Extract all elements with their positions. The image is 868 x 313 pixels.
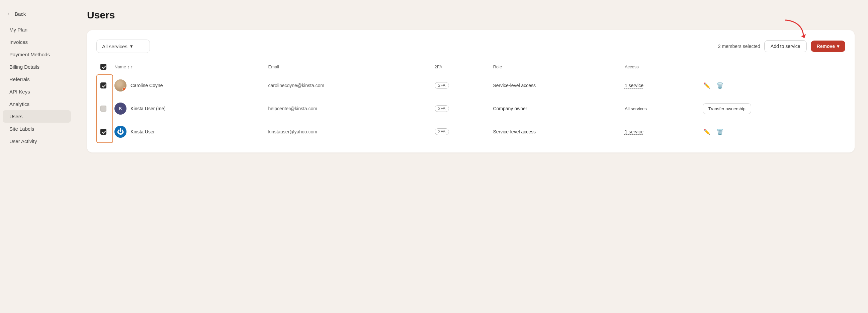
table-container: Name ↑ Email 2FA Role Access (96, 61, 845, 143)
action-icons-caroline: ✏️ 🗑️ (703, 81, 841, 90)
email-cell-kinsta-me: helpcenter@kinsta.com (264, 97, 430, 120)
page-title: Users (87, 9, 855, 21)
role-cell-kinsta-me: Company owner (489, 97, 621, 120)
twofa-cell-kinsta-me: 2FA (431, 97, 489, 120)
role-cell-caroline: Service-level access (489, 74, 621, 97)
name-cell-kinsta-me: K Kinsta User (me) (111, 97, 264, 120)
sidebar-item-user-activity[interactable]: User Activity (3, 135, 71, 147)
sidebar-item-referrals[interactable]: Referrals (3, 73, 71, 85)
actions-column-header (699, 61, 845, 74)
twofa-cell-kinsta-user: 2FA (431, 120, 489, 143)
edit-button-caroline[interactable]: ✏️ (703, 81, 711, 90)
select-all-checkbox[interactable] (100, 64, 106, 70)
row-checkbox-kinsta-user[interactable] (100, 129, 106, 135)
sidebar-item-my-plan[interactable]: My Plan (3, 24, 71, 36)
twofa-badge-kinsta-user: 2FA (435, 129, 449, 135)
row-checkbox-cell (96, 74, 111, 97)
sidebar-item-analytics[interactable]: Analytics (3, 98, 71, 110)
role-column-header: Role (489, 61, 621, 74)
row-checkbox-caroline[interactable] (100, 82, 106, 88)
main-content: Users All services ▾ 2 members selected (73, 0, 868, 313)
edit-button-kinsta-user[interactable]: ✏️ (703, 128, 711, 136)
access-cell-kinsta-me: All services (621, 97, 699, 120)
users-card: All services ▾ 2 members selected Add to… (87, 30, 855, 152)
avatar-kinsta-user: ⏻ (115, 126, 126, 138)
sidebar-item-payment-methods[interactable]: Payment Methods (3, 48, 71, 61)
add-to-service-button[interactable]: Add to service (764, 40, 807, 52)
action-icons-kinsta-user: ✏️ 🗑️ (703, 128, 841, 136)
svg-marker-0 (801, 34, 806, 38)
sidebar-item-api-keys[interactable]: API Keys (3, 85, 71, 98)
twofa-badge-kinsta-me: 2FA (435, 105, 449, 112)
services-filter-dropdown[interactable]: All services ▾ (96, 39, 150, 53)
table-row: ⏻ Kinsta User kinstauser@yahoo.com 2FA S… (96, 120, 845, 143)
actions-cell-kinsta-user: ✏️ 🗑️ (699, 120, 845, 143)
access-cell-caroline: 1 service (621, 74, 699, 97)
row-checkbox-kinsta-me[interactable] (100, 106, 106, 112)
avatar-kinsta-me: K (115, 103, 126, 115)
delete-button-kinsta-user[interactable]: 🗑️ (716, 128, 724, 136)
user-name-caroline: Caroline Coyne (130, 83, 163, 88)
name-cell-caroline: Caroline Coyne (111, 74, 264, 97)
email-cell-kinsta-user: kinstauser@yahoo.com (264, 120, 430, 143)
dropdown-chevron-icon: ▾ (130, 43, 133, 49)
sidebar-item-billing-details[interactable]: Billing Details (3, 61, 71, 73)
twofa-column-header: 2FA (431, 61, 489, 74)
avatar-notification-badge (122, 87, 126, 91)
users-table: Name ↑ Email 2FA Role Access (96, 61, 845, 143)
user-name-kinsta-me: Kinsta User (me) (130, 106, 166, 111)
name-cell-kinsta-user: ⏻ Kinsta User (111, 120, 264, 143)
user-cell-kinsta-me: K Kinsta User (me) (115, 103, 260, 115)
role-cell-kinsta-user: Service-level access (489, 120, 621, 143)
toolbar-left: All services ▾ (96, 39, 150, 53)
user-cell-kinsta-user: ⏻ Kinsta User (115, 126, 260, 138)
checkbox-header-col (96, 61, 111, 74)
actions-cell-kinsta-me: Transfer ownership (699, 97, 845, 120)
sidebar-item-users[interactable]: Users (3, 110, 71, 123)
transfer-ownership-button[interactable]: Transfer ownership (703, 103, 751, 114)
table-row: K Kinsta User (me) helpcenter@kinsta.com… (96, 97, 845, 120)
access-cell-kinsta-user: 1 service (621, 120, 699, 143)
remove-button[interactable]: Remove ▾ (811, 40, 845, 52)
sidebar-item-invoices[interactable]: Invoices (3, 36, 71, 48)
table-row: Caroline Coyne carolinecoyne@kinsta.com … (96, 74, 845, 97)
back-label: Back (15, 11, 26, 17)
twofa-badge-caroline: 2FA (435, 82, 449, 89)
actions-cell-caroline: ✏️ 🗑️ (699, 74, 845, 97)
back-arrow-icon: ← (7, 11, 12, 17)
sidebar: ← Back My Plan Invoices Payment Methods … (0, 0, 73, 313)
row-checkbox-cell (96, 97, 111, 120)
user-cell-caroline: Caroline Coyne (115, 79, 260, 91)
name-column-header[interactable]: Name ↑ (111, 61, 264, 74)
services-filter-label: All services (102, 44, 127, 49)
user-name-kinsta-user: Kinsta User (130, 129, 155, 134)
members-selected-text: 2 members selected (718, 44, 760, 49)
twofa-cell-caroline: 2FA (431, 74, 489, 97)
delete-button-caroline[interactable]: 🗑️ (716, 81, 724, 90)
back-button[interactable]: ← Back (0, 8, 73, 24)
email-column-header: Email (264, 61, 430, 74)
email-cell-caroline: carolinecoyne@kinsta.com (264, 74, 430, 97)
toolbar-right: 2 members selected Add to service Remove… (718, 40, 845, 52)
access-column-header: Access (621, 61, 699, 74)
toolbar: All services ▾ 2 members selected Add to… (96, 39, 845, 53)
avatar-caroline (115, 79, 126, 91)
sidebar-item-site-labels[interactable]: Site Labels (3, 123, 71, 135)
row-checkbox-cell (96, 120, 111, 143)
remove-dropdown-icon: ▾ (837, 44, 839, 49)
